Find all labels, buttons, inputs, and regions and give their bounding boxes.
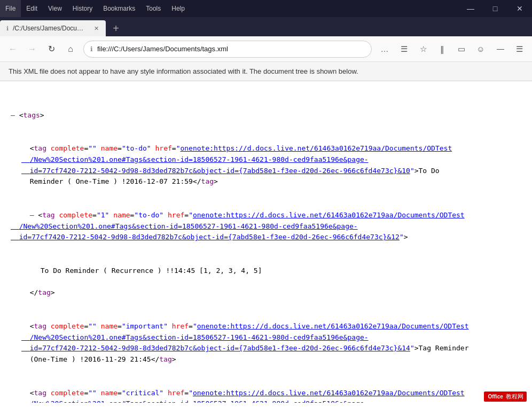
minimize-button[interactable]: — bbox=[458, 0, 483, 17]
address-input[interactable] bbox=[97, 45, 365, 53]
menu-file[interactable]: File bbox=[0, 0, 21, 17]
reader-icon: ☰ bbox=[401, 44, 408, 54]
tag-1: <tag complete="" name="to-do" href="onen… bbox=[11, 143, 521, 187]
titlebar-controls: — □ ✕ bbox=[458, 0, 532, 17]
forward-button[interactable]: → bbox=[24, 41, 41, 58]
menu-view[interactable]: View bbox=[43, 0, 67, 17]
tag-4: <tag complete="" name="critical" href="o… bbox=[11, 388, 521, 403]
content-area[interactable]: – <tags> <tag complete="" name="to-do" h… bbox=[0, 81, 532, 403]
menu-button[interactable]: ☰ bbox=[511, 41, 528, 58]
watermark-office-icon: Office bbox=[487, 394, 504, 400]
active-tab[interactable]: ℹ /C:/Users/James/Documents/tag... ✕ bbox=[0, 20, 106, 36]
home-button[interactable]: ⌂ bbox=[62, 41, 79, 58]
tag-2-line: – <tag complete="1" name="to-do" href="o… bbox=[11, 210, 521, 243]
href-link-1[interactable]: onenote:https://d.docs.live.net/61463a01… bbox=[21, 144, 452, 175]
tag-2-close: </tag> bbox=[11, 287, 521, 299]
tag2-collapse[interactable]: – bbox=[30, 211, 34, 219]
home-icon: ⌂ bbox=[68, 44, 73, 54]
root-collapse[interactable]: – bbox=[11, 111, 15, 119]
back-icon: ← bbox=[9, 44, 17, 54]
menu-tools[interactable]: Tools bbox=[140, 0, 166, 17]
reload-icon: ↻ bbox=[48, 44, 55, 54]
titlebar: File Edit View History Bookmarks Tools H… bbox=[0, 0, 532, 17]
reload-button[interactable]: ↻ bbox=[43, 41, 60, 58]
tab-favicon: ℹ bbox=[6, 25, 9, 32]
tag-2-text: To Do Reminder ( Recurrence ) !!14:45 [1… bbox=[11, 265, 521, 277]
tab-close-button[interactable]: ✕ bbox=[92, 24, 100, 33]
tabbar: ℹ /C:/Users/James/Documents/tag... ✕ + bbox=[0, 17, 532, 36]
tag-3: <tag complete="" name="important" href="… bbox=[11, 321, 521, 365]
library-button[interactable]: ‖ bbox=[434, 41, 451, 58]
watermark: Office 教程网 bbox=[484, 392, 527, 402]
account-button[interactable]: ☺ bbox=[472, 41, 489, 58]
toolbar: ← → ↻ ⌂ ℹ … ☰ ☆ ‖ ▭ ☺ ⸻ ☰ bbox=[0, 36, 532, 62]
address-bar-container: ℹ bbox=[83, 41, 372, 58]
back-button[interactable]: ← bbox=[4, 41, 21, 58]
menu-history[interactable]: History bbox=[67, 0, 98, 17]
menu-edit[interactable]: Edit bbox=[21, 0, 43, 17]
forward-icon: → bbox=[28, 44, 36, 54]
library-icon: ‖ bbox=[440, 44, 444, 54]
close-button[interactable]: ✕ bbox=[507, 0, 532, 17]
bookmark-button[interactable]: ☆ bbox=[414, 41, 432, 58]
titlebar-menu: File Edit View History Bookmarks Tools H… bbox=[0, 0, 190, 17]
watermark-text: 教程网 bbox=[506, 393, 523, 400]
account-icon: ☺ bbox=[476, 44, 484, 53]
xml-root-open: – <tags> bbox=[11, 110, 521, 121]
xml-content: – <tags> <tag complete="" name="to-do" h… bbox=[11, 88, 521, 403]
synced-tabs-icon: ▭ bbox=[458, 44, 465, 54]
bookmark-icon: ☆ bbox=[420, 44, 427, 54]
menu-bookmarks[interactable]: Bookmarks bbox=[98, 0, 140, 17]
more-button[interactable]: … bbox=[376, 41, 393, 58]
toolbar-right: … ☰ ☆ ‖ ▭ ☺ ⸻ ☰ bbox=[376, 41, 528, 58]
tab-title: /C:/Users/James/Documents/tag... bbox=[13, 25, 88, 32]
menu-help[interactable]: Help bbox=[166, 0, 190, 17]
infobar-message: This XML file does not appear to have an… bbox=[9, 67, 358, 75]
maximize-button[interactable]: □ bbox=[483, 0, 507, 17]
infobar: This XML file does not appear to have an… bbox=[0, 62, 532, 81]
synced-tabs-button[interactable]: ▭ bbox=[453, 41, 470, 58]
reader-mode-button[interactable]: ☰ bbox=[395, 41, 412, 58]
lock-icon: ℹ bbox=[90, 45, 93, 53]
new-tab-button[interactable]: + bbox=[108, 20, 124, 36]
extension-icon: ⸻ bbox=[496, 44, 504, 53]
extensions-area[interactable]: ⸻ bbox=[491, 41, 508, 58]
